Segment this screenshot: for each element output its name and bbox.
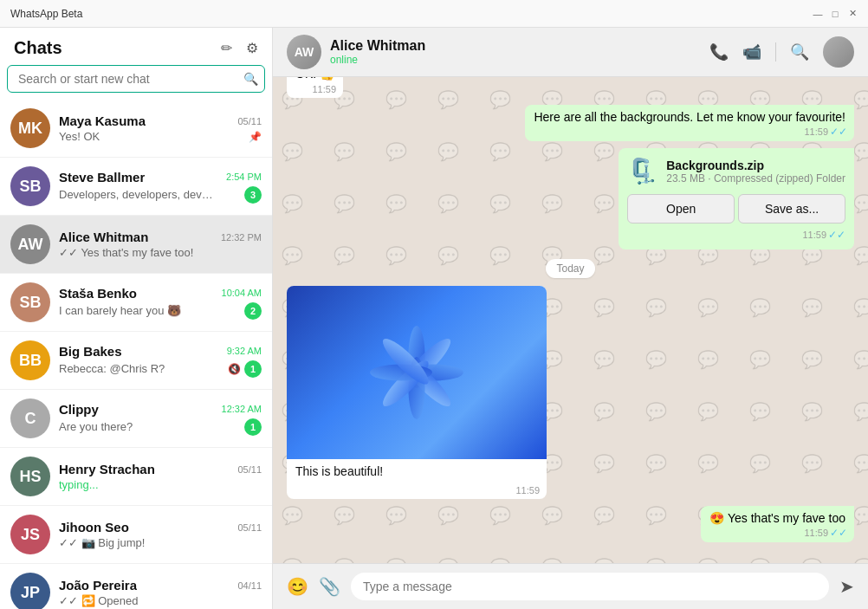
header-contact-avatar[interactable]	[823, 36, 854, 68]
chat-header-left: AW Alice Whitman online	[287, 35, 425, 69]
titlebar-controls: — □ ✕	[813, 9, 858, 19]
chat-preview: typing...	[59, 478, 99, 491]
chat-item-clippy[interactable]: CClippy12:32 AMAre you there?1	[0, 390, 272, 448]
chat-info: Alice Whitman12:32 PM✓✓ Yes that's my fa…	[59, 230, 262, 259]
image-message: This is beautiful!11:59	[287, 286, 547, 499]
chat-name: Big Bakes	[59, 344, 122, 359]
chat-preview: ✓✓ Yes that's my fave too!	[59, 246, 193, 259]
chat-item-stasa[interactable]: SBStaša Benko10:04 AMI can barely hear y…	[0, 274, 272, 332]
sidebar-header: Chats ✏ ⚙	[0, 28, 272, 65]
chat-header-right: 📞 📹 🔍	[709, 36, 854, 68]
video-icon[interactable]: 📹	[742, 42, 761, 62]
chat-info: Henry Strachan05/11typing...	[59, 462, 262, 491]
avatar: SB	[10, 282, 50, 322]
sidebar: Chats ✏ ⚙ 🔍 MKMaya Kasuma05/11Yes! OK📌SB…	[0, 28, 273, 609]
date-divider: Today	[287, 260, 854, 275]
chat-name: Jihoon Seo	[59, 520, 129, 534]
chat-name: Steve Ballmer	[59, 170, 145, 185]
message-row: This is beautiful!11:59	[287, 286, 854, 499]
chat-badge: 3	[244, 186, 262, 204]
chat-time: 12:32 AM	[222, 404, 262, 414]
message-time: 11:59 ✓✓	[804, 126, 847, 138]
muted-icon: 🔇	[228, 363, 241, 375]
emoji-icon[interactable]: 😊	[287, 576, 308, 597]
edit-icon[interactable]: ✏	[221, 40, 232, 56]
chat-area: AW Alice Whitman online 📞 📹 🔍 OK! 👍11:59…	[273, 28, 868, 609]
text-message: 😍 Yes that's my fave too11:59 ✓✓	[701, 506, 854, 542]
app-body: Chats ✏ ⚙ 🔍 MKMaya Kasuma05/11Yes! OK📌SB…	[0, 28, 868, 609]
chat-item-jihoon[interactable]: JSJihoon Seo05/11✓✓ 📷 Big jump!	[0, 506, 272, 564]
chat-time: 12:32 PM	[221, 232, 262, 243]
chat-item-alice[interactable]: AWAlice Whitman12:32 PM✓✓ Yes that's my …	[0, 216, 272, 274]
text-message: OK! 👍11:59	[287, 77, 343, 98]
minimize-button[interactable]: —	[813, 9, 823, 19]
avatar: BB	[10, 340, 50, 380]
search-bar: 🔍	[7, 65, 265, 93]
chat-name: Alice Whitman	[59, 230, 148, 244]
sidebar-title: Chats	[14, 38, 62, 58]
chat-time: 9:32 AM	[227, 346, 262, 356]
pin-icon: 📌	[249, 131, 262, 143]
message-row: 🗜️Backgrounds.zip23.5 MB · Compressed (z…	[287, 148, 854, 249]
chat-name: Maya Kasuma	[59, 113, 146, 128]
avatar: JP	[10, 573, 50, 609]
avatar: SB	[10, 166, 50, 206]
avatar: MK	[10, 108, 50, 148]
search-input[interactable]	[7, 65, 265, 93]
file-message: 🗜️Backgrounds.zip23.5 MB · Compressed (z…	[619, 148, 854, 249]
sidebar-icons: ✏ ⚙	[221, 40, 258, 56]
message-row: OK! 👍11:59	[287, 77, 854, 98]
chat-item-steve[interactable]: SBSteve Ballmer2:54 PMDevelopers, develo…	[0, 158, 272, 216]
header-divider	[775, 42, 776, 62]
chat-badge: 2	[244, 302, 262, 320]
save-file-button[interactable]: Save as...	[738, 194, 845, 224]
open-file-button[interactable]: Open	[627, 194, 735, 224]
text-message: Here are all the backgrounds. Let me kno…	[525, 105, 854, 141]
search-icon: 🔍	[243, 72, 258, 86]
chat-image	[287, 286, 547, 459]
chat-preview: I can barely hear you 🐻	[59, 304, 181, 317]
avatar: AW	[10, 224, 50, 264]
chat-info: Jihoon Seo05/11✓✓ 📷 Big jump!	[59, 520, 262, 549]
chat-preview: Yes! OK	[59, 130, 100, 143]
titlebar-title: WhatsApp Beta	[10, 8, 82, 20]
chat-item-henry[interactable]: HSHenry Strachan05/11typing...	[0, 448, 272, 506]
chat-name: Henry Strachan	[59, 462, 155, 476]
chat-time: 05/11	[237, 116, 262, 126]
search-chat-icon[interactable]: 🔍	[790, 42, 809, 62]
settings-icon[interactable]: ⚙	[246, 40, 258, 56]
file-name: Backgrounds.zip	[666, 159, 845, 172]
call-icon[interactable]: 📞	[709, 42, 729, 62]
attach-icon[interactable]: 📎	[319, 576, 340, 597]
message-time: 11:59 ✓✓	[627, 229, 845, 241]
chat-name: Clippy	[59, 402, 99, 417]
messages-area[interactable]: OK! 👍11:59Here are all the backgrounds. …	[273, 77, 868, 563]
close-button[interactable]: ✕	[847, 9, 858, 19]
message-time: 11:59	[312, 84, 336, 94]
chat-item-joao[interactable]: JPJoão Pereira04/11✓✓ 🔁 Opened	[0, 564, 272, 609]
message-input[interactable]	[351, 573, 829, 600]
chat-preview: Rebecca: @Chris R?	[59, 362, 165, 375]
chat-badge: 1	[244, 418, 262, 436]
avatar: C	[10, 398, 50, 438]
maximize-button[interactable]: □	[830, 9, 840, 19]
chat-info: Maya Kasuma05/11Yes! OK📌	[59, 113, 262, 143]
contact-info: Alice Whitman online	[330, 38, 425, 66]
chat-name: João Pereira	[59, 578, 137, 593]
file-meta: 23.5 MB · Compressed (zipped) Folder	[666, 172, 845, 185]
message-row: Here are all the backgrounds. Let me kno…	[287, 105, 854, 141]
chat-item-bigbakes[interactable]: BBBig Bakes9:32 AMRebecca: @Chris R?🔇1	[0, 332, 272, 390]
avatar: JS	[10, 515, 50, 554]
titlebar: WhatsApp Beta — □ ✕	[0, 0, 868, 28]
chat-preview: ✓✓ 🔁 Opened	[59, 594, 139, 607]
image-caption: This is beautiful!11:59	[287, 459, 547, 494]
chat-name: Staša Benko	[59, 286, 137, 301]
chat-badge: 1	[244, 360, 262, 378]
chat-preview: Developers, developers, devolp...	[59, 188, 215, 201]
chat-preview: ✓✓ 📷 Big jump!	[59, 536, 145, 549]
send-button[interactable]: ➤	[839, 576, 854, 597]
contact-status: online	[330, 54, 425, 66]
chat-input-area: 😊 📎 ➤	[273, 563, 868, 609]
chat-item-maya[interactable]: MKMaya Kasuma05/11Yes! OK📌	[0, 100, 272, 158]
message-row: 😍 Yes that's my fave too11:59 ✓✓	[287, 506, 854, 542]
